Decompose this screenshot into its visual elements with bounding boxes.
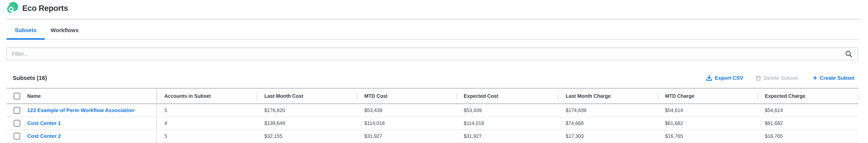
active-tab-underline [6, 38, 45, 40]
table-body: 123 Example of Perm Workflow Association… [6, 104, 859, 143]
cell-last-month-charge: $74,668 [558, 117, 657, 130]
subset-name-link[interactable]: Cost Center 2 [27, 133, 61, 139]
cell-last-month-cost: $176,820 [257, 104, 357, 117]
table-row: 123 Example of Perm Workflow Association… [6, 104, 859, 117]
download-icon [706, 75, 712, 81]
cell-mtd-cost: $31,927 [357, 130, 456, 142]
trash-icon [755, 75, 761, 81]
subset-name-link[interactable]: Cost Center 1 [27, 120, 61, 126]
cell-mtd-charge: $16,765 [657, 130, 757, 142]
table-row: Cost Center 25$32,155$31,927$31,927$17,3… [6, 130, 859, 143]
page-title: Eco Reports [22, 4, 68, 13]
page-header: Eco Reports [6, 2, 68, 14]
cell-last-month-cost: $32,155 [257, 130, 357, 142]
row-checkbox[interactable] [13, 133, 20, 140]
row-name-cell: Cost Center 1 [6, 117, 157, 130]
cell-accounts: 5 [157, 104, 257, 117]
cell-last-month-cost: $139,649 [257, 117, 357, 130]
cell-mtd-cost: $114,018 [357, 117, 456, 130]
subsets-table: Name Accounts in Subset Last Month Cost … [6, 88, 859, 143]
subsets-heading: Subsets (16) [13, 75, 47, 81]
header-cell-expected-cost: Expected Cost [456, 88, 558, 103]
select-all-checkbox[interactable] [13, 93, 20, 100]
export-csv-label: Export CSV [715, 75, 743, 81]
cell-expected-charge: $61,682 [757, 117, 859, 130]
header-cell-mtd-cost: MTD Cost [357, 88, 456, 103]
cell-expected-cost: $53,439 [456, 104, 558, 117]
cell-accounts: 5 [157, 130, 257, 142]
header-cell-expected-charge: Expected Charge [757, 88, 859, 103]
header-cell-last-month-charge: Last Month Charge [558, 88, 657, 103]
cell-last-month-charge: $17,303 [558, 130, 657, 142]
tab-subsets[interactable]: Subsets [6, 24, 45, 37]
table-row: Cost Center 14$139,649$114,018$114,018$7… [6, 117, 859, 130]
row-checkbox[interactable] [13, 107, 20, 114]
filter-input[interactable] [7, 48, 858, 60]
delete-subset-label: Delete Subset [764, 75, 798, 81]
header-cell-last-month-cost: Last Month Cost [257, 88, 357, 103]
column-header-name: Name [27, 93, 41, 99]
cell-mtd-charge: $61,682 [657, 117, 757, 130]
cell-mtd-cost: $53,439 [357, 104, 456, 117]
row-name-cell: Cost Center 2 [6, 130, 157, 142]
cell-mtd-charge: $54,614 [657, 104, 757, 117]
cell-expected-cost: $114,018 [456, 117, 558, 130]
plus-icon: + [813, 74, 817, 81]
tabbar-bottom-line [6, 39, 860, 40]
row-checkbox[interactable] [13, 120, 20, 127]
cell-expected-charge: $16,765 [757, 130, 859, 142]
cell-last-month-charge: $174,839 [558, 104, 657, 117]
header-divider [6, 19, 860, 20]
tab-workflows[interactable]: Workflows [45, 24, 85, 37]
subset-name-link[interactable]: 123 Example of Perm Workflow Association [27, 107, 134, 113]
table-header-row: Name Accounts in Subset Last Month Cost … [6, 88, 859, 104]
cell-expected-cost: $31,927 [456, 130, 558, 142]
eco-reports-logo-icon [6, 2, 18, 14]
filter-box [6, 47, 858, 60]
export-csv-button[interactable]: Export CSV [706, 74, 743, 82]
row-name-cell: 123 Example of Perm Workflow Association [6, 104, 157, 117]
header-cell-accounts: Accounts in Subset [157, 88, 257, 103]
create-subset-label: Create Subset [820, 75, 855, 81]
eco-reports-app: Eco Reports Subsets Workflows Subsets (1… [0, 0, 868, 143]
header-cell-mtd-charge: MTD Charge [657, 88, 757, 103]
cell-accounts: 4 [157, 117, 257, 130]
search-icon[interactable] [845, 50, 852, 58]
cell-expected-charge: $54,614 [757, 104, 859, 117]
tab-bar: Subsets Workflows [6, 24, 85, 37]
header-cell-name: Name [6, 88, 157, 103]
create-subset-button[interactable]: + Create Subset [813, 74, 855, 82]
delete-subset-button[interactable]: Delete Subset [755, 74, 798, 82]
